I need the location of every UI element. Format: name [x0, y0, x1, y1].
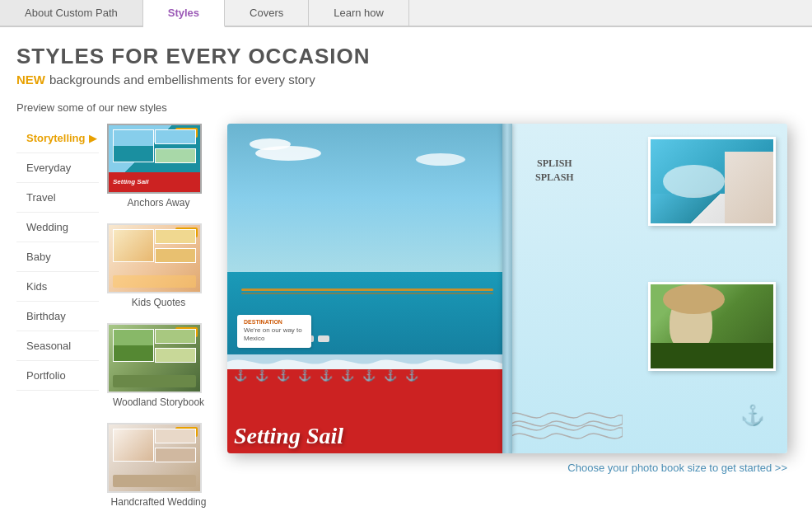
- anchors-away-label: Anchors Away: [107, 197, 210, 209]
- layout-container: Storytelling ▶ Everyday Travel Wedding B…: [16, 124, 796, 523]
- cta-area: Choose your photo book size to get start…: [226, 453, 787, 481]
- sidebar-item-birthday[interactable]: Birthday: [16, 302, 99, 331]
- anchor-decoration: ⚓: [740, 404, 765, 427]
- handcrafted-thumbnail: NEW: [107, 423, 202, 493]
- new-badge: NEW: [16, 73, 45, 87]
- subtitle: NEWbackgrounds and embellishments for ev…: [16, 73, 796, 87]
- cta-link[interactable]: Choose your photo book size to get start…: [567, 462, 787, 474]
- right-photo-top: [648, 137, 776, 226]
- handcrafted-label: Handcrafted Wedding: [107, 496, 210, 508]
- subtitle-text: backgrounds and embellishments for every…: [49, 73, 315, 87]
- right-photo-bottom: [648, 282, 776, 371]
- sidebar-item-wedding[interactable]: Wedding: [16, 213, 99, 242]
- woodland-thumbnail: NEW: [107, 323, 202, 393]
- sidebar-item-seasonal[interactable]: Seasonal: [16, 331, 99, 361]
- tab-styles[interactable]: Styles: [143, 0, 225, 27]
- sidebar-item-storytelling[interactable]: Storytelling ▶: [16, 124, 99, 153]
- sidebar-arrow-icon: ▶: [89, 133, 96, 144]
- anchors-away-thumbnail: NEW Setting Sail: [107, 124, 202, 194]
- sidebar-item-portfolio[interactable]: Portfolio: [16, 361, 99, 391]
- setting-sail-text: Setting Sail: [234, 423, 343, 448]
- kids-quotes-thumbnail: NEW: [107, 223, 202, 293]
- sidebar-item-everyday[interactable]: Everyday: [16, 153, 99, 183]
- sidebar-item-label: Kids: [26, 280, 47, 293]
- style-thumbnails: NEW Setting Sail Anchors Away NEW: [99, 124, 218, 523]
- sidebar-item-label: Portfolio: [26, 369, 66, 382]
- sidebar-item-label: Storytelling: [26, 132, 86, 144]
- book-left-page: ⚓ ⚓ ⚓ ⚓ ⚓ ⚓ ⚓ ⚓ ⚓ Setting Sail: [227, 124, 507, 453]
- sidebar-item-label: Seasonal: [26, 340, 71, 352]
- sidebar-item-label: Everyday: [26, 162, 71, 174]
- category-sidebar: Storytelling ▶ Everyday Travel Wedding B…: [16, 124, 99, 523]
- woodland-label: Woodland Storybook: [107, 396, 210, 408]
- navigation-bar: About Custom Path Styles Covers Learn ho…: [0, 0, 812, 27]
- book-spine: [502, 124, 512, 453]
- tab-learnhow[interactable]: Learn how: [309, 0, 409, 26]
- sidebar-item-kids[interactable]: Kids: [16, 272, 99, 302]
- sidebar-item-label: Travel: [26, 191, 56, 204]
- style-thumb-handcrafted[interactable]: NEW Handcrafted Wedding: [107, 423, 210, 508]
- wave-pattern: [507, 407, 633, 443]
- book-preview-area: ⚓ ⚓ ⚓ ⚓ ⚓ ⚓ ⚓ ⚓ ⚓ Setting Sail: [218, 124, 796, 523]
- sidebar-item-label: Birthday: [26, 310, 66, 322]
- kids-quotes-label: Kids Quotes: [107, 297, 210, 308]
- tab-about[interactable]: About Custom Path: [0, 0, 143, 26]
- splish-splash-text: SPLISHSPLASH: [535, 157, 574, 185]
- preview-label: Preview some of our new styles: [16, 101, 796, 114]
- style-thumb-kids-quotes[interactable]: NEW Kids Quotes: [107, 223, 210, 308]
- sidebar-item-label: Wedding: [26, 221, 68, 233]
- destination-label: DESTINATION: [244, 319, 305, 325]
- tab-covers[interactable]: Covers: [225, 0, 309, 26]
- sidebar-item-label: Baby: [26, 251, 51, 263]
- book-right-page: SPLISHSPLASH: [507, 124, 787, 453]
- sidebar-item-baby[interactable]: Baby: [16, 242, 99, 272]
- style-thumb-woodland[interactable]: NEW Woodland Storybook: [107, 323, 210, 408]
- page-title: STYLES FOR EVERY OCCASION: [16, 44, 796, 69]
- destination-text: We're on our way to Mexico: [244, 326, 305, 344]
- main-content: STYLES FOR EVERY OCCASION NEWbackgrounds…: [0, 27, 812, 530]
- book-preview: ⚓ ⚓ ⚓ ⚓ ⚓ ⚓ ⚓ ⚓ ⚓ Setting Sail: [227, 124, 787, 453]
- style-thumb-anchors-away[interactable]: NEW Setting Sail Anchors Away: [107, 124, 210, 209]
- sidebar-item-travel[interactable]: Travel: [16, 183, 99, 213]
